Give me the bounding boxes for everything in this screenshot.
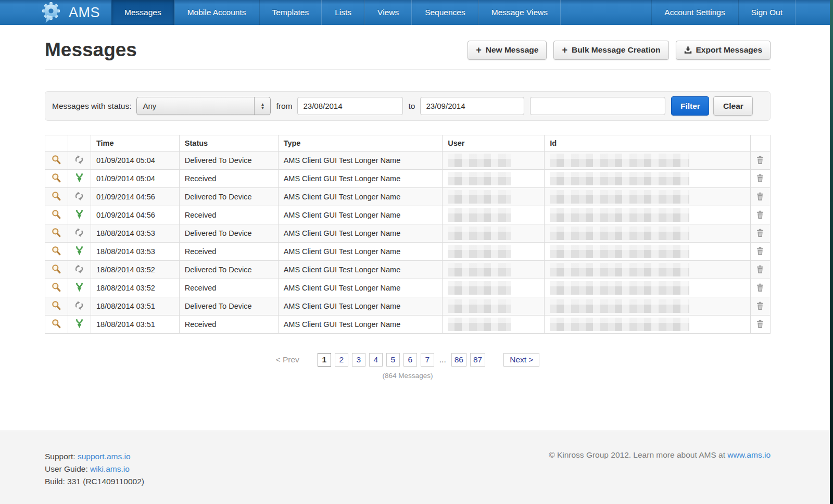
nav-item-account-settings[interactable]: Account Settings bbox=[651, 0, 738, 25]
trash-icon[interactable] bbox=[756, 229, 764, 237]
status-cell: Received bbox=[179, 206, 278, 224]
redacted-id-value bbox=[550, 281, 689, 295]
keyword-input[interactable] bbox=[530, 97, 665, 115]
trash-icon[interactable] bbox=[756, 301, 764, 310]
page-button-3[interactable]: 3 bbox=[352, 353, 365, 367]
type-cell: AMS Client GUI Test Longer Name bbox=[278, 279, 443, 297]
refresh-icon bbox=[75, 228, 83, 237]
delete-cell bbox=[750, 170, 770, 188]
view-cell bbox=[45, 261, 68, 279]
user-guide-line: User Guide: wiki.ams.io bbox=[45, 463, 144, 475]
type-cell: AMS Client GUI Test Longer Name bbox=[278, 243, 443, 261]
status-filter-select[interactable]: Any ▲▼ bbox=[136, 97, 271, 115]
view-cell bbox=[45, 206, 68, 224]
magnifier-icon[interactable] bbox=[52, 173, 61, 183]
message-row: 18/08/2014 03:51ReceivedAMS Client GUI T… bbox=[45, 316, 771, 334]
received-icon bbox=[75, 246, 83, 256]
magnifier-icon[interactable] bbox=[52, 319, 61, 329]
next-page-button[interactable]: Next > bbox=[503, 353, 539, 367]
plus-icon: + bbox=[562, 45, 567, 55]
clear-button[interactable]: Clear bbox=[713, 96, 753, 116]
messages-table-body: 01/09/2014 05:04Delivered To DeviceAMS C… bbox=[45, 152, 771, 334]
delete-cell bbox=[750, 188, 770, 206]
nav-item-sequences[interactable]: Sequences bbox=[412, 0, 478, 25]
export-messages-button[interactable]: Export Messages bbox=[676, 41, 771, 60]
page-button-1[interactable]: 1 bbox=[318, 353, 331, 367]
trash-icon[interactable] bbox=[756, 283, 764, 292]
user-cell bbox=[443, 152, 545, 170]
type-cell: AMS Client GUI Test Longer Name bbox=[278, 206, 443, 224]
page-button-87[interactable]: 87 bbox=[470, 353, 485, 367]
magnifier-icon[interactable] bbox=[52, 300, 61, 310]
bulk-message-creation-button[interactable]: + Bulk Message Creation bbox=[553, 41, 668, 60]
refresh-icon bbox=[75, 301, 83, 310]
status-cell: Delivered To Device bbox=[179, 224, 278, 243]
magnifier-icon[interactable] bbox=[52, 209, 61, 219]
brand-name: AMS bbox=[69, 5, 100, 21]
brand-logo[interactable]: AMS bbox=[41, 0, 111, 25]
nav-item-message-views[interactable]: Message Views bbox=[478, 0, 561, 25]
nav-item-lists[interactable]: Lists bbox=[322, 0, 364, 25]
refresh-icon bbox=[75, 155, 83, 164]
magnifier-icon[interactable] bbox=[52, 282, 61, 292]
page-button-86[interactable]: 86 bbox=[451, 353, 466, 367]
from-date-input[interactable] bbox=[297, 97, 403, 115]
user-cell bbox=[443, 206, 545, 224]
page-button-6[interactable]: 6 bbox=[403, 353, 417, 367]
page-buttons: 1234567...8687 bbox=[318, 353, 485, 367]
page-button-4[interactable]: 4 bbox=[369, 353, 383, 367]
trash-icon[interactable] bbox=[756, 174, 764, 182]
id-cell bbox=[545, 316, 751, 334]
type-cell: AMS Client GUI Test Longer Name bbox=[278, 224, 443, 243]
status-icon-cell bbox=[68, 206, 91, 224]
nav-item-mobile-accounts[interactable]: Mobile Accounts bbox=[174, 0, 259, 25]
prev-page-button[interactable]: < Prev bbox=[276, 355, 299, 364]
received-icon bbox=[75, 283, 83, 292]
from-label: from bbox=[275, 102, 293, 111]
message-count: (864 Messages) bbox=[45, 372, 771, 380]
nav-item-templates[interactable]: Templates bbox=[259, 0, 322, 25]
select-arrows-icon: ▲▼ bbox=[254, 97, 270, 115]
magnifier-icon[interactable] bbox=[52, 155, 61, 165]
view-column-header bbox=[45, 135, 68, 152]
nav-item-messages[interactable]: Messages bbox=[111, 0, 174, 25]
magnifier-icon[interactable] bbox=[52, 246, 61, 256]
magnifier-icon[interactable] bbox=[52, 191, 61, 201]
page-button-7[interactable]: 7 bbox=[421, 353, 434, 367]
status-filter-label: Messages with status: bbox=[52, 102, 131, 111]
trash-icon[interactable] bbox=[756, 265, 764, 273]
user-guide-link[interactable]: wiki.ams.io bbox=[90, 464, 130, 473]
to-date-input[interactable] bbox=[420, 97, 524, 115]
status-icon-column-header bbox=[68, 135, 91, 152]
magnifier-icon[interactable] bbox=[52, 264, 61, 274]
nav-item-sign-out[interactable]: Sign Out bbox=[738, 0, 796, 25]
status-icon-cell bbox=[68, 297, 91, 316]
id-cell bbox=[545, 279, 751, 297]
top-navbar: AMS MessagesMobile AccountsTemplatesList… bbox=[0, 0, 833, 25]
nav-item-views[interactable]: Views bbox=[364, 0, 412, 25]
type-cell: AMS Client GUI Test Longer Name bbox=[278, 152, 443, 170]
new-message-button[interactable]: + New Message bbox=[468, 41, 547, 60]
support-link[interactable]: support.ams.io bbox=[78, 452, 131, 461]
user-guide-label: User Guide: bbox=[45, 464, 88, 473]
copyright-link[interactable]: www.ams.io bbox=[727, 450, 771, 459]
filter-button[interactable]: Filter bbox=[671, 96, 709, 116]
footer-left: Support: support.ams.io User Guide: wiki… bbox=[45, 450, 144, 488]
trash-icon[interactable] bbox=[756, 247, 764, 255]
id-cell bbox=[545, 243, 751, 261]
trash-icon[interactable] bbox=[756, 210, 764, 219]
trash-icon[interactable] bbox=[756, 320, 764, 328]
trash-icon[interactable] bbox=[756, 156, 764, 164]
page-button-2[interactable]: 2 bbox=[335, 353, 348, 367]
received-icon bbox=[75, 173, 83, 183]
trash-icon[interactable] bbox=[756, 192, 764, 200]
message-row: 01/09/2014 05:04ReceivedAMS Client GUI T… bbox=[45, 170, 771, 188]
type-cell: AMS Client GUI Test Longer Name bbox=[278, 297, 443, 316]
page-button-5[interactable]: 5 bbox=[386, 353, 400, 367]
redacted-user-value bbox=[448, 318, 511, 331]
status-icon-cell bbox=[68, 243, 91, 261]
refresh-icon bbox=[75, 192, 83, 200]
redacted-id-value bbox=[550, 154, 689, 167]
magnifier-icon[interactable] bbox=[52, 228, 61, 237]
message-row: 18/08/2014 03:52ReceivedAMS Client GUI T… bbox=[45, 279, 771, 297]
